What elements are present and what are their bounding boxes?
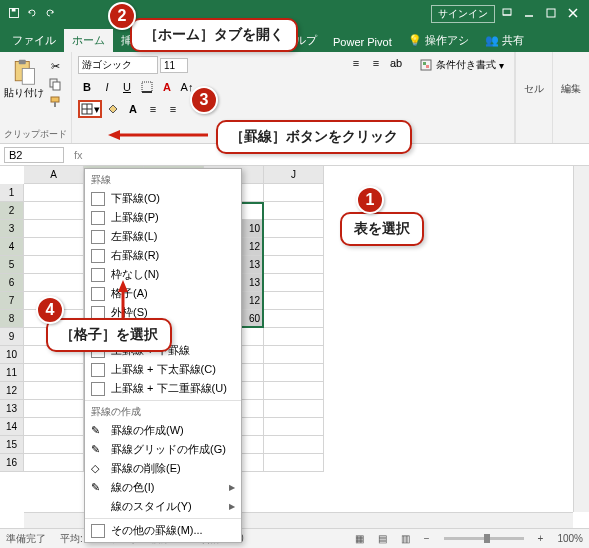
callout-3: ［罫線］ボタンをクリック — [216, 120, 412, 154]
view-pagebreak-icon[interactable]: ▥ — [401, 533, 410, 544]
zoom-in-icon[interactable]: + — [538, 533, 544, 544]
view-layout-icon[interactable]: ▤ — [378, 533, 387, 544]
arrow-4 — [116, 280, 130, 320]
svg-rect-1 — [12, 9, 16, 12]
tab-home[interactable]: ホーム — [64, 29, 113, 52]
fill-color-button[interactable] — [104, 100, 122, 118]
svg-rect-10 — [54, 102, 56, 107]
border-dropdown-menu: 罫線 下罫線(O) 上罫線(P) 左罫線(L) 右罫線(R) 枠なし(N) 格子… — [84, 168, 242, 543]
tab-tellme[interactable]: 💡 操作アシ — [400, 29, 477, 52]
cut-icon[interactable]: ✂ — [46, 58, 64, 74]
border-bottom-item[interactable]: 下罫線(O) — [85, 189, 241, 208]
zoom-out-icon[interactable]: − — [424, 533, 430, 544]
dropdown-section-draw: 罫線の作成 — [85, 403, 241, 421]
border-style-item[interactable]: 線のスタイル(Y)▶ — [85, 497, 241, 516]
svg-rect-6 — [22, 69, 34, 85]
border-left-item[interactable]: 左罫線(L) — [85, 227, 241, 246]
font-color-button[interactable]: A — [158, 78, 176, 96]
align-mid-icon[interactable]: ≡ — [367, 54, 385, 72]
svg-rect-15 — [426, 65, 429, 68]
svg-rect-9 — [51, 97, 59, 102]
tab-powerpivot[interactable]: Power Pivot — [325, 32, 400, 52]
badge-3: 3 — [190, 86, 218, 114]
minimize-icon[interactable] — [523, 7, 535, 21]
border-none-item[interactable]: 枠なし(N) — [85, 265, 241, 284]
cell-group[interactable]: セル — [515, 52, 552, 143]
font-name-select[interactable]: 游ゴシック — [78, 56, 158, 74]
border-dropdown-button[interactable]: ▾ — [78, 100, 102, 118]
bold-button[interactable]: B — [78, 78, 96, 96]
callout-4: ［格子］を選択 — [46, 318, 172, 352]
border-grid-item[interactable]: 格子(A) — [85, 284, 241, 303]
border-top-item[interactable]: 上罫線(P) — [85, 208, 241, 227]
dropdown-section-label: 罫線 — [85, 171, 241, 189]
font-size-select[interactable]: 11 — [160, 58, 188, 73]
paste-button[interactable]: 貼り付け — [4, 54, 44, 110]
close-icon[interactable] — [567, 7, 579, 21]
svg-rect-5 — [19, 60, 26, 64]
edit-group[interactable]: 編集 — [552, 52, 589, 143]
border-button[interactable] — [138, 78, 156, 96]
conditional-format-button[interactable]: 条件付き書式▾ — [413, 54, 510, 76]
arrow-3 — [108, 128, 208, 142]
view-normal-icon[interactable]: ▦ — [355, 533, 364, 544]
fx-icon[interactable]: fx — [68, 149, 89, 161]
border-draw-grid-item[interactable]: ✎罫線グリッドの作成(G) — [85, 440, 241, 459]
callout-1: 表を選択 — [340, 212, 424, 246]
ribbon-options-icon[interactable] — [501, 7, 513, 21]
name-box[interactable] — [4, 147, 64, 163]
align-center-icon[interactable]: ≡ — [164, 100, 182, 118]
row-headers[interactable]: 12345678910111213141516 — [0, 184, 24, 472]
border-erase-item[interactable]: ◇罫線の削除(E) — [85, 459, 241, 478]
svg-rect-2 — [503, 9, 511, 15]
underline-button[interactable]: U — [118, 78, 136, 96]
clipboard-group-label: クリップボード — [4, 126, 67, 141]
tab-share[interactable]: 👥 共有 — [477, 29, 532, 52]
border-top-thick-item[interactable]: 上罫線 + 下太罫線(C) — [85, 360, 241, 379]
svg-rect-8 — [53, 82, 60, 90]
wrap-text-icon[interactable]: ab — [387, 54, 405, 72]
maximize-icon[interactable] — [545, 7, 557, 21]
zoom-level[interactable]: 100% — [557, 533, 583, 544]
align-left-icon[interactable]: ≡ — [144, 100, 162, 118]
border-color-item[interactable]: ✎線の色(I)▶ — [85, 478, 241, 497]
align-top-icon[interactable]: ≡ — [347, 54, 365, 72]
svg-rect-14 — [423, 62, 426, 65]
undo-icon[interactable] — [26, 7, 38, 21]
badge-4: 4 — [36, 296, 64, 324]
svg-rect-3 — [547, 9, 555, 17]
border-top-double-item[interactable]: 上罫線 + 下二重罫線(U) — [85, 379, 241, 398]
zoom-slider[interactable] — [444, 537, 524, 540]
status-ready: 準備完了 — [6, 532, 46, 546]
tab-file[interactable]: ファイル — [4, 29, 64, 52]
border-draw-item[interactable]: ✎罫線の作成(W) — [85, 421, 241, 440]
signin-button[interactable]: サインイン — [431, 5, 495, 23]
save-icon[interactable] — [8, 7, 20, 21]
badge-1: 1 — [356, 186, 384, 214]
svg-rect-11 — [142, 82, 152, 92]
border-more-item[interactable]: その他の罫線(M)... — [85, 521, 241, 540]
callout-2: ［ホーム］タブを開く — [130, 18, 298, 52]
badge-2: 2 — [108, 2, 136, 30]
copy-icon[interactable] — [46, 76, 64, 92]
font-color-button-2[interactable]: A — [124, 100, 142, 118]
redo-icon[interactable] — [44, 7, 56, 21]
vertical-scrollbar[interactable] — [573, 166, 589, 512]
italic-button[interactable]: I — [98, 78, 116, 96]
format-painter-icon[interactable] — [46, 94, 64, 110]
border-right-item[interactable]: 右罫線(R) — [85, 246, 241, 265]
